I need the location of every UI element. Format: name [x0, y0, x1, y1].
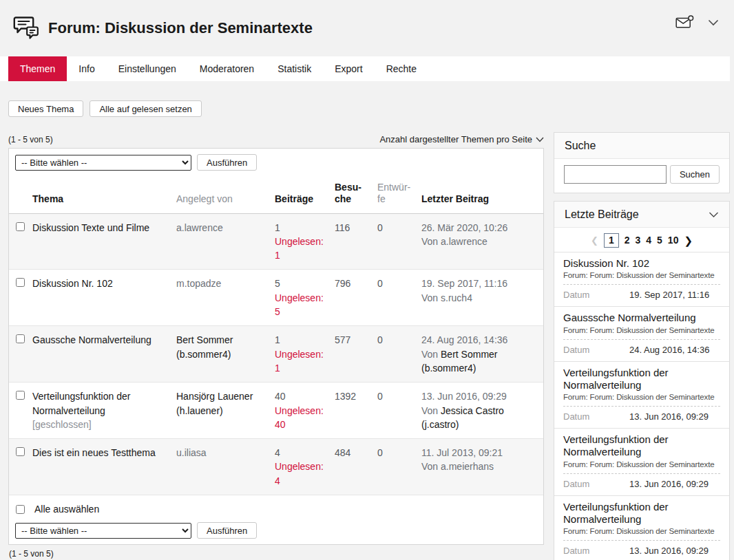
topic-row: Verteilungsfunktion der Normalverteilung… [9, 383, 543, 439]
sidebar: Suche Suchen Letzte Beiträge ❮ 1 2 3 4 5… [554, 132, 730, 560]
tab[interactable]: Einstellungen [107, 56, 188, 81]
posts-count: 5 [275, 277, 329, 290]
last-post-by-prefix: Von [421, 292, 441, 303]
notification-mail-icon[interactable] [675, 15, 694, 30]
date-value: 19. Sep 2017, 11:16 [629, 290, 709, 300]
visits-count: 577 [335, 333, 377, 375]
dashed-divider [563, 540, 720, 541]
date-label: Datum [563, 290, 629, 300]
topic-author[interactable]: Bert Sommer (b.sommer4) [176, 334, 233, 359]
search-button[interactable]: Suchen [670, 165, 720, 184]
collapse-chevron-down-icon[interactable] [709, 212, 719, 218]
topic-row: Diskussion Nr. 102 m.topadze 5 Ungelesen… [9, 270, 543, 326]
tab[interactable]: Rechte [375, 56, 428, 81]
topic-title-link[interactable]: Diskussion Nr. 102 [32, 278, 113, 289]
topic-author[interactable]: Hansjörg Lauener (h.lauener) [176, 391, 253, 416]
pagination-page-link[interactable]: 5 [657, 234, 662, 247]
page-title: Forum: Diskussion der Seminartexte [48, 19, 313, 37]
pagination-page-link[interactable]: 10 [668, 234, 679, 247]
visits-count: 796 [335, 277, 377, 319]
topic-title-link[interactable]: Verteilungsfunktion der Normalverteilung [32, 391, 130, 416]
posts-count: 1 [275, 333, 329, 347]
latest-post-forum: Forum: Forum: Diskussion der Seminartext… [563, 527, 720, 535]
last-post-by: s.ruch4 [441, 292, 472, 303]
column-header: Angelegt von [176, 193, 275, 205]
result-range-bottom: (1 - 5 von 5) [9, 549, 544, 559]
column-header[interactable]: Besu- che [335, 182, 377, 205]
chevron-down-icon [536, 137, 544, 142]
latest-post-title[interactable]: Verteilungsfunktion der Normalverteilung [563, 367, 720, 392]
execute-button-bottom[interactable]: Ausführen [197, 522, 257, 539]
last-post-by: a.lawrence [441, 236, 487, 247]
result-range-top: (1 - 5 von 5) [8, 135, 53, 144]
topic-row-checkbox[interactable] [16, 391, 25, 400]
tab[interactable]: Moderatoren [188, 56, 266, 81]
search-panel: Suche Suchen [554, 132, 730, 193]
tab[interactable]: Themen [8, 56, 67, 81]
date-value: 13. Jun 2016, 09:29 [629, 411, 709, 422]
topic-row: Diskussion Texte und Filme a.lawrence 1 … [9, 214, 543, 270]
drafts-count: 0 [377, 446, 421, 488]
header-chevron-down-icon[interactable] [708, 19, 719, 26]
last-post-date: 13. Jun 2016, 09:29 [421, 389, 538, 403]
pagination-page-link[interactable]: 4 [646, 234, 651, 247]
topic-title-link[interactable]: Diskussion Texte und Filme [32, 222, 149, 233]
main-content: Neues Thema Alle auf gelesen setzen (1 -… [8, 81, 544, 559]
posts-count: 4 [275, 446, 329, 460]
table-body: Diskussion Texte und Filme a.lawrence 1 … [9, 214, 543, 495]
topic-author: u.iliasa [176, 447, 207, 458]
per-page-dropdown[interactable]: Anzahl dargestellter Themen pro Seite [379, 134, 544, 144]
drafts-count: 0 [377, 277, 421, 319]
bulk-action-row-top: -- Bitte wählen -- Ausführen [9, 149, 543, 176]
column-header[interactable]: Beiträge [275, 193, 335, 205]
search-input[interactable] [564, 165, 667, 184]
tab-bar: Themen Info Einstellungen Moderatoren St… [0, 56, 730, 81]
topic-row-checkbox[interactable] [16, 278, 25, 287]
select-all-label: Alle auswählen [34, 504, 99, 515]
forum-speech-bubbles-icon [11, 14, 41, 42]
date-value: 24. Aug 2016, 14:36 [629, 345, 709, 355]
column-header[interactable]: Thema [32, 193, 176, 205]
bulk-action-select-bottom[interactable]: -- Bitte wählen -- [15, 523, 191, 539]
column-header[interactable]: Letzter Beitrag [421, 193, 543, 205]
latest-post-title[interactable]: Verteilungsfunktion der Normalverteilung [563, 501, 720, 526]
date-value: 13. Jun 2016, 09:29 [629, 479, 709, 489]
latest-post-item: Verteilungsfunktion der Normalverteilung… [554, 428, 729, 495]
date-value: 13. Jun 2016, 09:29 [629, 546, 709, 556]
unread-count: Ungelesen: 1 [275, 235, 329, 263]
drafts-count: 0 [377, 221, 421, 263]
latest-post-title[interactable]: Gausssche Normalverteilung [563, 312, 720, 324]
latest-post-item: Diskussion Nr. 102 Forum: Forum: Diskuss… [554, 252, 729, 306]
pagination-page-link[interactable]: 2 [625, 234, 630, 247]
mark-all-read-button[interactable]: Alle auf gelesen setzen [90, 100, 201, 117]
dashed-divider [563, 339, 720, 340]
topic-author: a.lawrence [176, 222, 223, 233]
latest-posts-list: Diskussion Nr. 102 Forum: Forum: Diskuss… [554, 252, 729, 560]
latest-post-title[interactable]: Diskussion Nr. 102 [563, 257, 720, 270]
topic-row-checkbox[interactable] [16, 222, 25, 231]
dashed-divider [563, 473, 720, 474]
topic-title-link[interactable]: Dies ist ein neues Testthema [32, 447, 156, 458]
tab[interactable]: Export [323, 56, 374, 81]
pagination-page-link[interactable]: 1 [604, 233, 619, 248]
posts-count: 1 [275, 221, 329, 235]
last-post-by: a.meierhans [441, 461, 494, 472]
latest-post-item: Verteilungsfunktion der Normalverteilung… [554, 495, 729, 560]
topic-status: [geschlossen] [32, 418, 171, 431]
latest-post-forum: Forum: Forum: Diskussion der Seminartext… [563, 460, 720, 469]
select-all-checkbox[interactable] [16, 505, 25, 514]
execute-button-top[interactable]: Ausführen [197, 154, 257, 171]
pagination-next-icon[interactable]: ❯ [684, 235, 693, 247]
topic-row-checkbox[interactable] [16, 334, 25, 343]
visits-count: 116 [335, 221, 377, 263]
tab[interactable]: Statistik [266, 56, 323, 81]
pagination-page-link[interactable]: 3 [635, 234, 640, 247]
topic-title-link[interactable]: Gaussche Normalverteilung [32, 334, 151, 345]
latest-post-title[interactable]: Verteilungsfunktion der Normalverteilung [563, 433, 720, 459]
new-topic-button[interactable]: Neues Thema [8, 100, 83, 117]
tab[interactable]: Info [67, 56, 106, 81]
topic-row-checkbox[interactable] [16, 447, 25, 456]
pagination-prev-icon: ❮ [591, 235, 598, 246]
bulk-action-select-top[interactable]: -- Bitte wählen -- [15, 155, 191, 171]
column-header: Entwür- fe [377, 182, 421, 205]
